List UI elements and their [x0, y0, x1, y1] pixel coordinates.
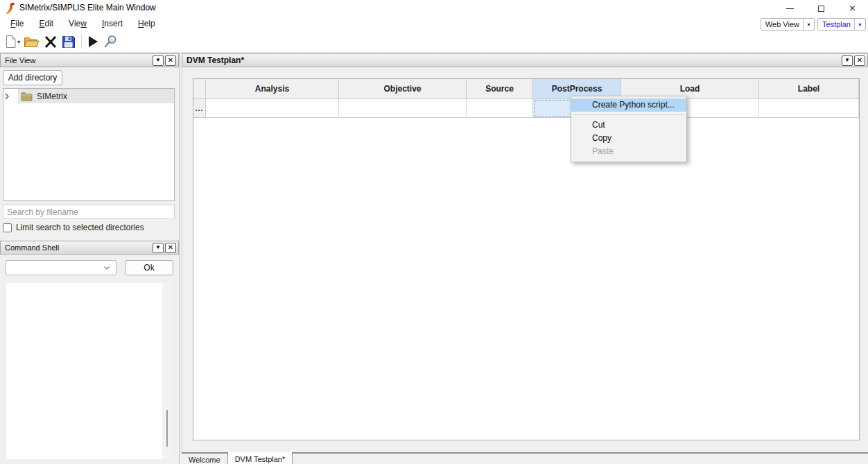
save-icon	[62, 35, 76, 49]
window-title: SIMetrix/SIMPLIS Elite Main Window	[19, 3, 156, 12]
menu-bar-right: Web View ▼ Testplan ▼	[761, 18, 866, 31]
menu-item-create-python-script[interactable]: Create Python script...	[571, 98, 686, 112]
add-directory-button[interactable]: Add directory	[3, 70, 62, 85]
cell-source[interactable]	[467, 99, 533, 118]
file-tree: SIMetrix	[3, 88, 175, 201]
document-tab-bar: Welcome DVM Testplan*	[182, 452, 868, 464]
menu-view[interactable]: View	[61, 17, 94, 31]
file-view-title: File View	[5, 56, 151, 65]
new-document-button[interactable]	[3, 33, 19, 51]
menu-file[interactable]: File	[3, 17, 31, 31]
maximize-icon[interactable]	[806, 0, 837, 17]
folder-icon	[21, 92, 33, 101]
tree-item-label: SIMetrix	[37, 92, 67, 101]
chevron-down-icon: ▼	[804, 22, 814, 27]
menu-help[interactable]: Help	[130, 17, 163, 31]
tree-item-simetrix[interactable]: SIMetrix	[3, 89, 174, 103]
row-header-cell[interactable]: ...	[193, 99, 206, 118]
menu-separator	[573, 114, 684, 115]
command-input-combobox[interactable]	[6, 260, 116, 275]
file-view-header: File View ▼ ✕	[0, 53, 179, 67]
tab-dvm-testplan[interactable]: DVM Testplan*	[227, 452, 293, 464]
menu-item-copy[interactable]: Copy	[571, 132, 686, 145]
context-menu: Create Python script... Cut Copy Paste	[571, 96, 687, 162]
tree-expand-chevron-icon[interactable]	[3, 92, 18, 101]
command-shell-close-icon[interactable]: ✕	[165, 243, 176, 253]
find-magnifier-icon	[103, 35, 118, 49]
run-button[interactable]	[85, 33, 101, 51]
shell-scrollbar[interactable]	[162, 283, 171, 459]
tab-welcome[interactable]: Welcome	[182, 454, 227, 464]
testplan-dropdown[interactable]: Testplan ▼	[817, 18, 866, 31]
cell-analysis[interactable]	[206, 99, 339, 118]
column-header-label[interactable]: Label	[759, 79, 859, 99]
close-icon[interactable]: ✕	[837, 0, 868, 17]
testplan-grid: Analysis Objective Source PostProcess Lo…	[193, 78, 860, 440]
column-header-objective[interactable]: Objective	[339, 79, 467, 99]
chevron-down-icon[interactable]	[103, 266, 116, 270]
delete-x-icon	[44, 35, 58, 49]
dock-splitter[interactable]	[179, 53, 180, 464]
shell-scrollbar-thumb[interactable]	[166, 410, 168, 447]
toolbar: ▾	[0, 31, 868, 53]
limit-search-checkbox[interactable]	[3, 223, 12, 232]
command-shell-title: Command Shell	[5, 243, 151, 252]
grid-corner-cell[interactable]	[193, 79, 206, 99]
save-button[interactable]	[60, 33, 78, 51]
file-view-close-icon[interactable]: ✕	[165, 55, 176, 66]
testplan-collapse-icon[interactable]: ▼	[842, 55, 853, 66]
ok-button[interactable]: Ok	[125, 260, 173, 275]
web-view-dropdown[interactable]: Web View ▼	[761, 18, 815, 31]
cell-objective[interactable]	[339, 99, 467, 118]
main-window: SIMetrix/SIMPLIS Elite Main Window ✕ Fil…	[0, 0, 868, 464]
column-header-source[interactable]: Source	[467, 79, 533, 99]
chevron-down-icon: ▼	[855, 22, 865, 27]
menu-insert[interactable]: Insert	[94, 17, 130, 31]
file-view-collapse-icon[interactable]: ▼	[153, 55, 164, 66]
app-logo-icon	[6, 3, 15, 14]
open-folder-icon	[24, 35, 40, 49]
cell-label[interactable]	[759, 99, 859, 118]
menu-items: File Edit View Insert Help	[3, 17, 163, 31]
testplan-header: DVM Testplan* ▼ ✕	[182, 53, 868, 67]
limit-search-row: Limit search to selected directories	[3, 222, 177, 233]
toolbar-separator	[81, 35, 82, 49]
menu-item-cut[interactable]: Cut	[571, 119, 686, 132]
window-controls: ✕	[774, 0, 868, 17]
search-input[interactable]	[3, 205, 175, 219]
find-button[interactable]	[101, 33, 120, 51]
command-shell-header: Command Shell ▼ ✕	[0, 241, 179, 255]
column-header-analysis[interactable]: Analysis	[206, 79, 339, 99]
title-bar: SIMetrix/SIMPLIS Elite Main Window ✕	[0, 0, 868, 17]
run-play-icon	[87, 35, 99, 48]
command-shell-output	[6, 283, 171, 459]
command-shell-collapse-icon[interactable]: ▼	[153, 243, 164, 253]
open-folder-button[interactable]	[21, 33, 42, 51]
testplan-title: DVM Testplan*	[186, 55, 840, 65]
testplan-close-icon[interactable]: ✕	[854, 55, 865, 66]
limit-search-label: Limit search to selected directories	[16, 223, 144, 232]
menu-edit[interactable]: Edit	[31, 17, 61, 31]
minimize-icon[interactable]	[774, 0, 806, 17]
table-row: ...	[193, 99, 859, 118]
menu-item-paste: Paste	[571, 145, 686, 158]
grid-header-row: Analysis Objective Source PostProcess Lo…	[193, 79, 859, 99]
delete-button[interactable]	[42, 33, 60, 51]
new-document-icon	[5, 35, 17, 49]
menu-bar: File Edit View Insert Help Web View ▼ Te…	[0, 17, 868, 31]
